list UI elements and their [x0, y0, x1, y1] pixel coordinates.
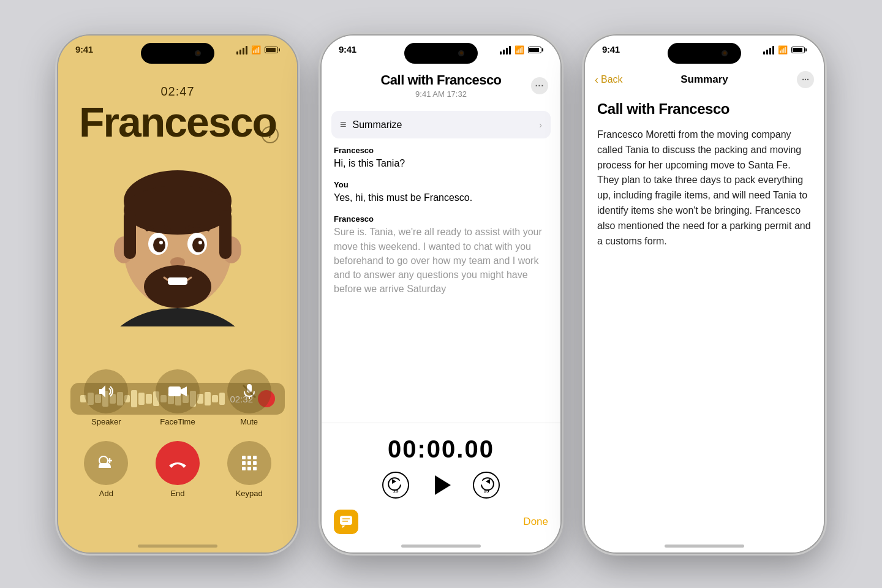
camera-dot-1	[195, 50, 201, 56]
keypad-icon[interactable]	[227, 441, 271, 485]
speaker-icon[interactable]	[84, 369, 128, 413]
svg-rect-25	[242, 456, 246, 459]
controls-row-2: Add End	[70, 441, 285, 498]
signal-icon-1	[236, 46, 247, 55]
message-speaker-0: Francesco	[334, 146, 548, 155]
svg-marker-35	[486, 479, 490, 484]
signal-icon-3	[763, 46, 774, 55]
svg-rect-29	[247, 461, 251, 465]
summarize-label: Summarize	[353, 119, 533, 130]
camera-dot-3	[722, 50, 728, 56]
message-block-1: You Yes, hi, this must be Francesco.	[334, 180, 548, 205]
transcript-subtitle: 9:41 AM 17:32	[334, 89, 548, 99]
svg-rect-31	[242, 467, 246, 470]
play-button[interactable]	[431, 475, 451, 495]
svg-point-9	[153, 238, 165, 252]
wifi-icon-1: 📶	[251, 45, 261, 55]
call-name: Francesco	[79, 101, 276, 143]
signal-icon-2	[500, 46, 511, 55]
battery-3	[791, 47, 807, 53]
wifi-icon-3: 📶	[778, 45, 788, 55]
facetime-button[interactable]: FaceTime	[156, 369, 200, 426]
status-time-3: 9:41	[602, 44, 620, 55]
mute-label: Mute	[240, 417, 258, 426]
playback-controls: 15 15	[382, 472, 500, 499]
skip-forward-button[interactable]: 15	[473, 472, 500, 499]
svg-point-12	[198, 241, 202, 244]
end-button[interactable]: End	[156, 441, 200, 498]
mute-icon[interactable]	[227, 369, 271, 413]
phone-3-summary: 9:41 📶 ‹ Back Summary ··· Call with Fran…	[585, 36, 824, 552]
home-indicator-3	[665, 545, 744, 548]
summary-body: Francesco Moretti from the moving compan…	[597, 127, 812, 249]
message-speaker-2: Francesco	[334, 214, 548, 224]
playback-time: 00:00.00	[388, 435, 494, 463]
camera-dot-2	[458, 50, 464, 56]
battery-2	[528, 47, 543, 53]
svg-point-14	[144, 265, 211, 308]
message-text-2: Sure is. Tania, we're all ready to assis…	[334, 225, 548, 296]
dynamic-island-1	[141, 43, 214, 64]
keypad-button[interactable]: Keypad	[227, 441, 271, 498]
status-icons-1: 📶	[236, 44, 280, 55]
back-button[interactable]: ‹ Back	[595, 74, 623, 86]
transcript-title: Call with Francesco	[334, 72, 548, 88]
summarize-row[interactable]: ≡ Summarize ›	[331, 111, 551, 138]
transcript-messages: Francesco Hi, is this Tania? You Yes, hi…	[322, 146, 560, 423]
svg-rect-28	[242, 461, 246, 465]
home-indicator-1	[138, 545, 217, 548]
skip-back-button[interactable]: 15	[382, 472, 409, 499]
add-icon[interactable]	[84, 441, 128, 485]
summary-screen: ‹ Back Summary ··· Call with Francesco F…	[585, 36, 824, 552]
message-speaker-1: You	[334, 180, 548, 189]
controls-row-1: Speaker FaceTime	[70, 369, 285, 426]
svg-point-4	[124, 186, 232, 235]
mute-button[interactable]: Mute	[227, 369, 271, 426]
svg-rect-32	[247, 467, 251, 470]
end-label: End	[170, 489, 184, 498]
dynamic-island-2	[404, 43, 478, 64]
summary-more-button[interactable]: ···	[797, 71, 814, 88]
summary-title: Call with Francesco	[597, 100, 812, 118]
svg-rect-27	[253, 456, 257, 459]
message-block-0: Francesco Hi, is this Tania?	[334, 146, 548, 170]
message-block-2: Francesco Sure is. Tania, we're all read…	[334, 214, 548, 296]
transcript-screen: Call with Francesco 9:41 AM 17:32 ··· ≡ …	[322, 36, 560, 552]
call-timer: 02:47	[160, 85, 194, 99]
speaker-button[interactable]: Speaker	[84, 369, 128, 426]
svg-point-10	[192, 238, 205, 252]
battery-1	[265, 47, 280, 53]
playback-area: 00:00.00 15 15	[322, 423, 560, 505]
chat-icon-box[interactable]	[334, 510, 358, 534]
status-time-1: 9:41	[75, 44, 93, 55]
add-label: Add	[99, 489, 113, 498]
summary-content: Call with Francesco Francesco Moretti fr…	[585, 94, 824, 255]
phone-2-transcript: 9:41 📶 Call with Francesco 9:41 AM 17:32…	[322, 36, 560, 552]
facetime-label: FaceTime	[160, 417, 195, 426]
end-icon[interactable]	[156, 441, 200, 485]
dynamic-island-3	[668, 43, 741, 64]
svg-marker-34	[392, 479, 396, 484]
message-text-1: Yes, hi, this must be Francesco.	[334, 190, 548, 205]
summarize-icon: ≡	[340, 118, 347, 131]
home-indicator-2	[401, 545, 481, 548]
done-button[interactable]: Done	[523, 516, 548, 528]
svg-rect-17	[219, 210, 232, 259]
status-icons-3: 📶	[763, 44, 807, 55]
svg-rect-15	[168, 277, 187, 285]
svg-rect-18	[168, 386, 181, 396]
call-screen: i 02:47 Francesco	[58, 36, 297, 552]
svg-rect-30	[253, 461, 257, 465]
back-chevron-icon: ‹	[595, 74, 598, 86]
phone-1-call-screen: 9:41 📶 i 02:47 Francesco	[58, 36, 297, 552]
call-controls: Speaker FaceTime	[70, 369, 285, 513]
svg-rect-33	[253, 467, 257, 470]
back-label: Back	[601, 74, 623, 85]
summarize-chevron: ›	[539, 120, 542, 130]
info-icon[interactable]: i	[262, 126, 279, 143]
memoji-avatar	[98, 149, 257, 326]
add-button[interactable]: Add	[84, 441, 128, 498]
more-options-button[interactable]: ···	[531, 77, 548, 94]
facetime-icon[interactable]	[156, 369, 200, 413]
message-text-0: Hi, is this Tania?	[334, 156, 548, 170]
